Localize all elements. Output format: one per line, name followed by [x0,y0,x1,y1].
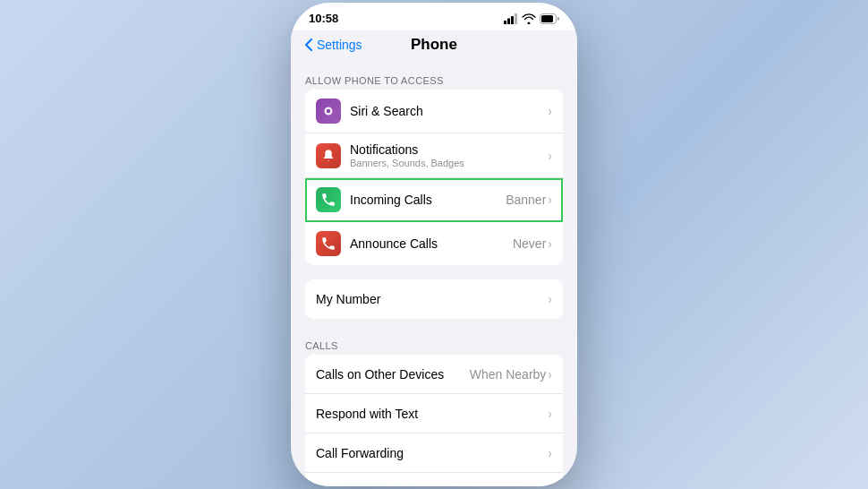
announce-calls-value: Never [513,236,546,251]
wifi-icon [522,13,536,24]
siri-search-title: Siri & Search [350,104,548,118]
siri-search-chevron: › [548,104,552,118]
svg-rect-3 [515,13,517,24]
incoming-calls-content: Incoming Calls [350,193,506,207]
incoming-calls-title: Incoming Calls [350,193,506,207]
nav-title: Phone [411,36,457,54]
phone-frame: 10:58 Settings [291,3,577,486]
calls-other-devices-content: Calls on Other Devices [316,367,470,382]
signal-icon [504,13,518,24]
call-waiting-title: Call Waiting [316,485,548,487]
siri-icon [320,103,336,119]
my-number-chevron: › [548,292,552,306]
row-call-waiting[interactable]: Call Waiting › [305,473,563,486]
back-label: Settings [317,38,362,52]
respond-text-title: Respond with Text [316,407,548,421]
announce-calls-right: Never › [513,236,552,251]
group-allow-access: Siri & Search › Notifications Banners, S… [305,90,563,265]
siri-search-content: Siri & Search [350,104,548,118]
row-my-number[interactable]: My Number › [305,279,563,319]
announce-calls-content: Announce Calls [350,236,513,251]
notifications-icon-bg [316,143,341,168]
calls-other-devices-chevron: › [548,367,552,382]
section-label-calls: CALLS [291,326,577,355]
call-waiting-chevron: › [548,485,552,487]
content-scroll[interactable]: ALLOW PHONE TO ACCESS Siri & Search › [291,61,577,486]
notifications-title: Notifications [350,142,548,157]
announce-calls-title: Announce Calls [350,236,513,251]
announce-calls-chevron: › [548,236,552,251]
call-forwarding-right: › [548,446,552,460]
call-forwarding-title: Call Forwarding [316,446,548,460]
incoming-calls-icon-bg [316,187,341,212]
respond-text-right: › [548,407,552,421]
incoming-calls-value: Banner [506,193,546,207]
nav-bar: Settings Phone [291,30,577,61]
row-announce-calls[interactable]: Announce Calls Never › [305,222,563,265]
respond-text-chevron: › [548,407,552,421]
section-label-allow: ALLOW PHONE TO ACCESS [291,61,577,90]
call-forwarding-chevron: › [548,446,552,460]
incoming-calls-icon [320,192,336,208]
svg-point-7 [327,109,331,114]
row-siri-search[interactable]: Siri & Search › [305,90,563,133]
row-calls-other-devices[interactable]: Calls on Other Devices When Nearby › [305,355,563,394]
respond-text-content: Respond with Text [316,407,548,421]
calls-other-devices-right: When Nearby › [470,367,552,382]
notifications-content: Notifications Banners, Sounds, Badges [350,142,548,168]
group-my-number: My Number › [305,279,563,319]
siri-search-right: › [548,104,552,118]
siri-icon-bg [316,99,341,124]
row-respond-text[interactable]: Respond with Text › [305,394,563,433]
row-notifications[interactable]: Notifications Banners, Sounds, Badges › [305,133,563,178]
svg-rect-5 [541,15,553,22]
back-chevron-icon [305,39,312,51]
status-time: 10:58 [309,12,338,25]
my-number-right: › [548,292,552,306]
status-icons [504,13,559,24]
svg-rect-2 [511,16,514,24]
status-bar: 10:58 [291,3,577,30]
svg-rect-0 [504,21,506,24]
call-waiting-content: Call Waiting [316,485,548,487]
incoming-calls-chevron: › [548,193,552,207]
notifications-subtitle: Banners, Sounds, Badges [350,158,548,168]
notifications-right: › [548,149,552,163]
row-call-forwarding[interactable]: Call Forwarding › [305,433,563,473]
notifications-icon [320,148,336,164]
divider-1 [291,272,577,279]
back-button[interactable]: Settings [305,38,362,52]
my-number-title: My Number [316,292,548,306]
svg-rect-1 [507,18,510,24]
announce-calls-icon-bg [316,231,341,256]
battery-icon [540,13,559,24]
announce-calls-icon [320,236,336,252]
my-number-content: My Number [316,292,548,306]
calls-other-devices-value: When Nearby [470,367,547,382]
call-waiting-right: › [548,485,552,487]
notifications-chevron: › [548,149,552,163]
call-forwarding-content: Call Forwarding [316,446,548,460]
row-incoming-calls[interactable]: Incoming Calls Banner › [305,178,563,222]
incoming-calls-right: Banner › [506,193,552,207]
group-calls: Calls on Other Devices When Nearby › Res… [305,355,563,486]
calls-other-devices-title: Calls on Other Devices [316,367,470,382]
